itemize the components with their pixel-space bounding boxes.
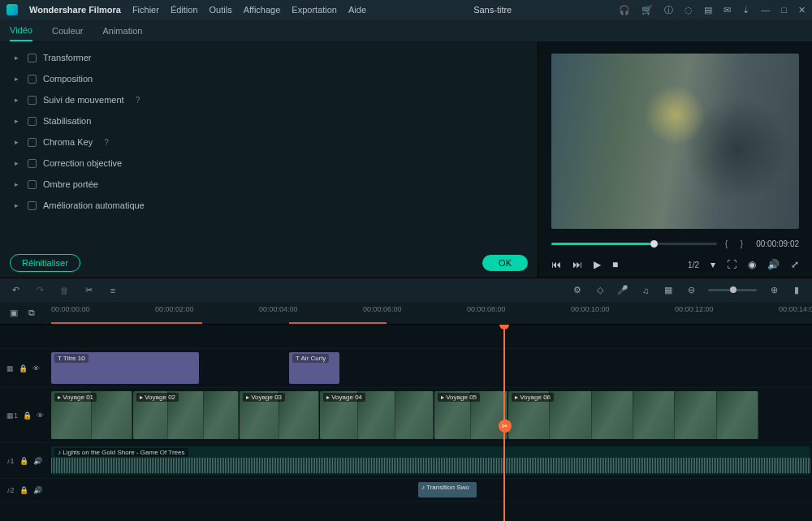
video-clip[interactable]: ▸ Voyage 03 — [240, 391, 319, 439]
snapshot-icon[interactable]: ◉ — [748, 259, 756, 270]
redo-icon[interactable]: ↷ — [34, 285, 45, 295]
clip-label: T Air Curly — [292, 354, 329, 363]
mail-icon[interactable]: ✉ — [723, 5, 731, 15]
preview-canvas[interactable] — [551, 54, 799, 229]
stop-icon[interactable]: ■ — [612, 259, 618, 270]
mic-icon[interactable]: 🎤 — [617, 285, 628, 295]
menu-tools[interactable]: Outils — [209, 5, 232, 15]
gear-icon[interactable]: ⚙ — [572, 285, 583, 295]
waveform — [51, 458, 810, 473]
account-icon[interactable]: ◌ — [685, 5, 693, 15]
zoom-slider[interactable] — [708, 289, 757, 291]
video-clip[interactable]: ▸ Voyage 02 — [133, 391, 239, 439]
video-clip[interactable]: ▸ Voyage 01 — [51, 391, 132, 439]
cloud-icon[interactable]: ⇣ — [742, 5, 749, 15]
prop-row-4[interactable]: ▸ Chroma Key ? — [0, 131, 538, 153]
tab-color[interactable]: Couleur — [52, 21, 84, 41]
undo-icon[interactable]: ↶ — [10, 285, 21, 295]
ruler-tick: 00:00:10:00 — [571, 305, 610, 313]
caret-right-icon: ▸ — [15, 159, 21, 167]
checkbox[interactable] — [28, 138, 37, 147]
prop-row-7[interactable]: ▸ Amélioration automatique — [0, 195, 538, 216]
save-icon[interactable]: ▤ — [704, 5, 712, 15]
prop-label: Suivi de mouvement — [43, 95, 124, 105]
prop-row-6[interactable]: ▸ Ombre portée — [0, 174, 538, 195]
split-marker-icon[interactable]: ✂ — [499, 420, 512, 433]
ok-button[interactable]: OK — [482, 255, 528, 271]
transition-clip[interactable]: ♪ Transition Swo — [418, 482, 477, 497]
cart-icon[interactable]: 🛒 — [641, 5, 653, 15]
fullscreen-icon[interactable]: ⛶ — [727, 259, 736, 270]
info-icon[interactable]: ⓘ — [664, 4, 673, 16]
tab-animation[interactable]: Animation — [102, 21, 142, 41]
speaker-icon[interactable]: 🔊 — [33, 457, 42, 465]
menu-edit[interactable]: Édition — [171, 5, 198, 15]
fit-icon[interactable]: ▮ — [791, 285, 802, 295]
eye-icon[interactable]: 👁 — [37, 411, 44, 420]
delete-icon[interactable]: 🗑 — [58, 286, 70, 295]
adjust-icon[interactable]: ≡ — [107, 286, 119, 295]
help-icon[interactable]: ? — [104, 138, 109, 147]
video-clip[interactable]: ▸ Voyage 05 — [434, 391, 508, 439]
track-head-video: ▦1🔒👁 — [0, 411, 49, 420]
range-marker — [51, 322, 202, 324]
menu-view[interactable]: Affichage — [244, 5, 281, 15]
track-options-icon[interactable]: ▣ — [8, 308, 19, 318]
grid-icon[interactable]: ▦ — [663, 285, 674, 295]
prop-row-5[interactable]: ▸ Correction objective — [0, 153, 538, 174]
prop-label: Amélioration automatique — [43, 200, 145, 210]
checkbox[interactable] — [28, 75, 37, 84]
link-icon[interactable]: ⧉ — [26, 308, 37, 318]
title-clip[interactable]: T Air Curly — [289, 352, 339, 384]
checkbox[interactable] — [28, 117, 37, 126]
menu-file[interactable]: Fichier — [132, 5, 159, 15]
step-fwd-icon[interactable]: ⏭ — [572, 259, 582, 270]
tab-video[interactable]: Vidéo — [10, 20, 32, 41]
help-icon[interactable]: ? — [136, 96, 140, 105]
play-icon[interactable]: ▶ — [594, 259, 601, 270]
menu-export[interactable]: Exportation — [292, 5, 337, 15]
checkbox[interactable] — [28, 201, 37, 210]
video-clip[interactable]: ▸ Voyage 04 — [320, 391, 434, 439]
close-icon[interactable]: ✕ — [798, 5, 806, 15]
lock-icon[interactable]: 🔒 — [19, 457, 28, 465]
prop-row-3[interactable]: ▸ Stabilisation — [0, 110, 538, 131]
preview-ratio[interactable]: 1/2 — [688, 260, 699, 269]
reset-button[interactable]: Réinitialiser — [10, 254, 80, 272]
chevron-down-icon[interactable]: ▾ — [710, 259, 715, 270]
app-name: Wondershare Filmora — [29, 5, 121, 15]
volume-icon[interactable]: 🔊 — [767, 259, 780, 270]
split-icon[interactable]: ✂ — [83, 285, 94, 295]
lock-icon[interactable]: 🔒 — [19, 486, 28, 494]
mixer-icon[interactable]: ♫ — [640, 286, 651, 295]
prop-row-2[interactable]: ▸ Suivi de mouvement ? — [0, 89, 538, 110]
checkbox[interactable] — [28, 96, 37, 105]
clip-label: ♪ Lights on the Gold Shore - Game Of Tre… — [54, 448, 188, 457]
ruler-tick: 00:00:00:00 — [51, 305, 90, 313]
menu-help[interactable]: Aide — [348, 5, 366, 15]
clip-label: ▸ Voyage 04 — [323, 393, 365, 402]
checkbox[interactable] — [28, 54, 37, 62]
lock-icon[interactable]: 🔒 — [19, 364, 28, 372]
zoom-in-icon[interactable]: ⊕ — [768, 285, 780, 295]
prop-row-0[interactable]: ▸ Transformer — [0, 47, 538, 68]
audio-clip[interactable]: ♪ Lights on the Gold Shore - Game Of Tre… — [51, 446, 810, 475]
minimize-icon[interactable]: — — [761, 5, 770, 15]
headphones-icon[interactable]: 🎧 — [619, 5, 630, 15]
prop-row-1[interactable]: ▸ Composition — [0, 68, 538, 89]
checkbox[interactable] — [28, 159, 37, 168]
speaker-icon[interactable]: 🔊 — [33, 486, 42, 494]
preview-progress[interactable] — [551, 243, 717, 245]
step-back-icon[interactable]: ⏮ — [551, 259, 561, 270]
checkbox[interactable] — [28, 180, 37, 189]
track-head-audio2: ♪2🔒🔊 — [0, 486, 49, 494]
video-clip[interactable]: ▸ Voyage 06 — [508, 391, 758, 439]
title-clip[interactable]: T Titre 10 — [51, 352, 199, 384]
maximize-icon[interactable]: □ — [781, 5, 787, 15]
lock-icon[interactable]: 🔒 — [23, 411, 32, 420]
marker-icon[interactable]: ◇ — [594, 285, 606, 295]
eye-icon[interactable]: 👁 — [32, 364, 40, 372]
property-tabs: Vidéo Couleur Animation — [0, 19, 812, 42]
expand-icon[interactable]: ⤢ — [791, 259, 799, 270]
zoom-out-icon[interactable]: ⊖ — [685, 285, 697, 295]
